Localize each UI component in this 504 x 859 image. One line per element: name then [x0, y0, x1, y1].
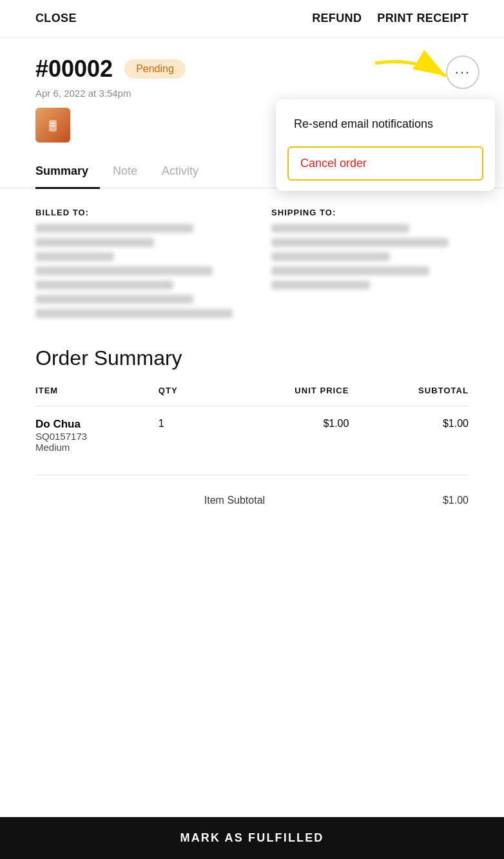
shipping-line-5: [271, 281, 370, 290]
item-variant: Medium: [35, 442, 159, 453]
mark-fulfilled-label: MARK AS FULFILLED: [180, 831, 324, 844]
col-item: ITEM: [35, 386, 159, 406]
order-table: ITEM QTY UNIT PRICE SUBTOTAL Do Chua SQ0…: [35, 386, 469, 515]
item-subtotal: $1.00: [349, 406, 469, 460]
item-unit-price: $1.00: [204, 406, 349, 460]
shipping-line-4: [271, 266, 429, 275]
svg-rect-2: [50, 123, 55, 124]
billing-line-5: [35, 281, 173, 290]
order-date: Apr 6, 2022 at 3:54pm: [35, 88, 469, 99]
item-info: Do Chua SQ0157173 Medium: [35, 406, 159, 460]
refund-button[interactable]: REFUND: [312, 12, 362, 25]
mark-fulfilled-bar[interactable]: MARK AS FULFILLED: [0, 817, 504, 859]
billing-line-4: [35, 266, 213, 275]
billing-line-2: [35, 238, 154, 247]
billing-line-1: [35, 224, 193, 233]
item-sku: SQ0157173: [35, 431, 159, 442]
shipping-line-3: [271, 252, 390, 261]
table-row: Do Chua SQ0157173 Medium 1 $1.00 $1.00: [35, 406, 469, 460]
cancel-order-item[interactable]: Cancel order: [287, 146, 483, 181]
billing-line-6: [35, 295, 193, 304]
shipping-line-2: [271, 238, 449, 247]
top-navigation: CLOSE REFUND PRINT RECEIPT: [0, 0, 504, 37]
billing-line-3: [35, 252, 114, 261]
resend-email-item[interactable]: Re-send email notifications: [276, 106, 495, 143]
billing-address: BILLED TO:: [35, 208, 233, 323]
item-name: Do Chua: [35, 418, 159, 431]
order-number: #00002: [35, 55, 113, 83]
tab-activity[interactable]: Activity: [162, 158, 210, 189]
item-subtotal-label: Item Subtotal: [204, 486, 349, 515]
col-unit-price: UNIT PRICE: [204, 386, 349, 406]
print-receipt-button[interactable]: PRINT RECEIPT: [377, 12, 469, 25]
billing-line-7: [35, 309, 233, 318]
shipping-line-1: [271, 224, 409, 233]
tab-note[interactable]: Note: [113, 158, 149, 189]
tab-summary[interactable]: Summary: [35, 158, 100, 189]
order-summary-title: Order Summary: [35, 346, 469, 370]
subtotal-row: Item Subtotal $1.00: [35, 486, 469, 515]
close-button[interactable]: CLOSE: [35, 12, 77, 25]
col-subtotal: SUBTOTAL: [349, 386, 469, 406]
billing-label: BILLED TO:: [35, 208, 233, 217]
status-badge: Pending: [124, 59, 186, 79]
dropdown-menu: Re-send email notifications Cancel order: [276, 99, 495, 191]
more-options-button[interactable]: ···: [446, 55, 480, 89]
address-row: BILLED TO: SHIPPING TO:: [35, 208, 469, 323]
item-qty: 1: [159, 406, 204, 460]
ellipsis-icon: ···: [455, 64, 470, 81]
item-subtotal-value: $1.00: [349, 486, 469, 515]
col-qty: QTY: [159, 386, 204, 406]
table-separator: [35, 475, 469, 475]
order-header: #00002 Pending Apr 6, 2022 at 3:54pm ···: [0, 37, 504, 143]
shipping-address: SHIPPING TO:: [271, 208, 469, 323]
shipping-label: SHIPPING TO:: [271, 208, 469, 217]
product-thumbnail: [35, 108, 70, 143]
svg-rect-3: [50, 125, 55, 126]
main-content: BILLED TO: SHIPPING TO: Order Summary IT…: [0, 188, 504, 515]
